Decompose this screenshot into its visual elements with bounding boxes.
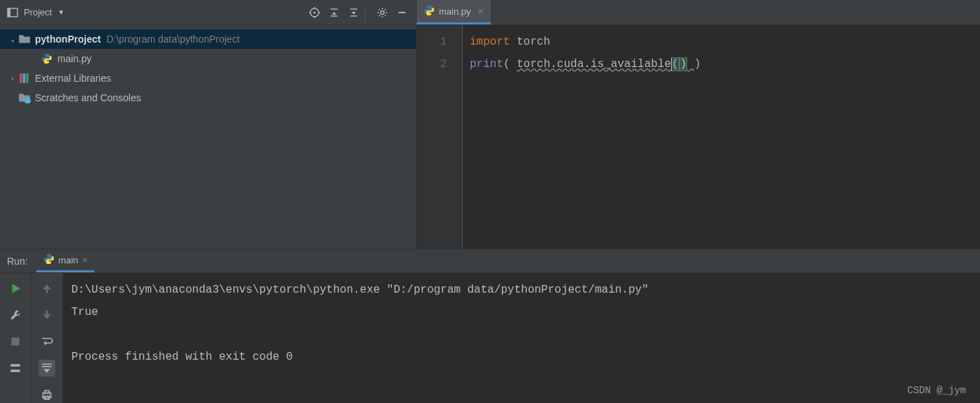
svg-point-3 <box>314 11 316 13</box>
line-number: 1 <box>417 31 462 53</box>
down-arrow-icon[interactable] <box>38 307 55 323</box>
folder-icon <box>18 34 31 45</box>
libraries-icon <box>18 73 31 84</box>
print-icon[interactable] <box>38 386 55 403</box>
run-header: Run: main × <box>0 249 980 273</box>
svg-rect-21 <box>11 337 19 345</box>
close-icon[interactable]: × <box>478 6 484 17</box>
tree-root-label: pythonProject <box>35 34 101 45</box>
tree-ext-libs-label: External Libraries <box>35 73 111 84</box>
up-arrow-icon[interactable] <box>38 280 55 297</box>
run-tab-label: main <box>59 255 78 265</box>
svg-rect-17 <box>23 73 25 83</box>
project-icon <box>7 8 18 17</box>
close-icon[interactable]: × <box>82 255 88 265</box>
stop-icon[interactable] <box>7 333 24 350</box>
tree-file-label: main.py <box>57 53 92 64</box>
scratches-icon <box>18 92 31 103</box>
line-number: 2 <box>417 53 462 75</box>
svg-marker-20 <box>13 284 20 293</box>
svg-rect-31 <box>45 390 50 393</box>
console-line: D:\Users\jym\anaconda3\envs\pytorch\pyth… <box>71 279 972 301</box>
python-file-icon <box>41 53 53 64</box>
svg-marker-9 <box>332 12 336 15</box>
collapse-all-icon[interactable] <box>347 6 361 20</box>
run-tool-window: Run: main × <box>0 249 980 403</box>
console-line: Process finished with exit code 0 <box>71 346 972 368</box>
hide-icon[interactable] <box>395 6 409 20</box>
project-dropdown-icon[interactable]: ▼ <box>57 8 64 16</box>
svg-rect-22 <box>10 364 20 366</box>
run-tab[interactable]: main × <box>36 249 95 272</box>
watermark: CSDN @_jym <box>907 385 966 396</box>
console-line: True <box>71 301 972 323</box>
expand-all-icon[interactable] <box>327 6 341 20</box>
project-panel-header: Project ▼ <box>0 0 416 25</box>
code-content[interactable]: import torch print( torch.cuda.is_availa… <box>463 25 701 249</box>
code-line: import torch <box>470 31 701 53</box>
rerun-icon[interactable] <box>7 280 24 297</box>
chevron-down-icon[interactable]: ⌄ <box>7 36 18 43</box>
code-line: print( torch.cuda.is_available() ) <box>470 53 701 75</box>
editor-tab-main[interactable]: main.py × <box>417 0 491 24</box>
editor-tab-bar: main.py × <box>417 0 980 25</box>
locate-icon[interactable] <box>308 6 322 20</box>
tree-file-item[interactable]: main.py <box>0 49 416 68</box>
svg-marker-29 <box>44 369 50 373</box>
svg-marker-12 <box>352 12 356 15</box>
svg-point-14 <box>381 10 384 14</box>
editor-panel: main.py × 1 2 import torch print( torch.… <box>417 0 980 249</box>
gear-icon[interactable] <box>375 6 389 20</box>
scroll-to-end-icon[interactable] <box>38 360 55 376</box>
python-file-icon <box>424 5 435 18</box>
console-actions-sidebar <box>31 273 63 403</box>
soft-wrap-icon[interactable] <box>38 333 55 350</box>
wrench-icon[interactable] <box>7 307 24 323</box>
tree-ext-libs[interactable]: › External Libraries <box>0 68 416 88</box>
run-body: D:\Users\jym\anaconda3\envs\pytorch\pyth… <box>0 273 980 403</box>
project-tree: ⌄ pythonProject D:\program data\pythonPr… <box>0 25 416 112</box>
project-tool-window: Project ▼ ⌄ <box>0 0 417 249</box>
divider <box>365 6 366 20</box>
svg-rect-16 <box>20 73 22 83</box>
svg-rect-18 <box>26 73 28 83</box>
console-line <box>71 323 972 346</box>
code-editor[interactable]: 1 2 import torch print( torch.cuda.is_av… <box>417 25 980 249</box>
python-file-icon <box>43 254 55 267</box>
svg-marker-26 <box>44 341 46 346</box>
layout-icon[interactable] <box>7 360 24 376</box>
tree-root-path: D:\program data\pythonProject <box>106 34 240 45</box>
editor-tab-label: main.py <box>439 6 471 17</box>
run-actions-sidebar <box>0 273 31 403</box>
chevron-right-icon[interactable]: › <box>7 75 18 82</box>
tree-scratches-label: Scratches and Consoles <box>35 92 141 103</box>
svg-rect-1 <box>8 8 10 17</box>
tree-scratches[interactable]: Scratches and Consoles <box>0 88 416 108</box>
project-panel-title[interactable]: Project <box>24 7 52 17</box>
editor-gutter[interactable]: 1 2 <box>417 25 463 249</box>
svg-rect-23 <box>10 369 20 372</box>
console-output[interactable]: D:\Users\jym\anaconda3\envs\pytorch\pyth… <box>63 273 980 403</box>
tree-root-item[interactable]: ⌄ pythonProject D:\program data\pythonPr… <box>0 29 416 49</box>
run-label: Run: <box>7 256 28 267</box>
